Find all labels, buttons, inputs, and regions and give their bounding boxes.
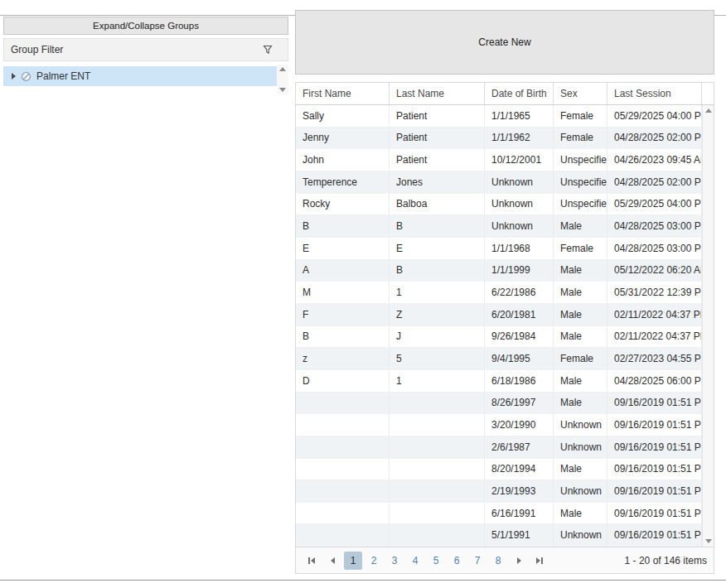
- table-cell: Unspecified: [554, 171, 607, 194]
- last-page-button[interactable]: [530, 552, 549, 570]
- table-cell: [390, 414, 485, 436]
- table-cell: 1/1/1962: [485, 128, 554, 150]
- column-header[interactable]: First Name: [296, 83, 390, 104]
- table-cell: Male: [554, 304, 607, 326]
- table-row[interactable]: EE1/1/1968Female04/28/2025 03:00 PM: [296, 238, 702, 260]
- table-row[interactable]: 2/6/1987Unknown09/16/2019 01:51 PM: [296, 436, 702, 459]
- table-cell: Jones: [390, 171, 485, 194]
- page-number-8[interactable]: 8: [489, 552, 507, 570]
- previous-page-button[interactable]: [323, 552, 341, 570]
- next-page-button[interactable]: [510, 552, 528, 570]
- page-number-3[interactable]: 3: [385, 552, 404, 570]
- table-cell: 6/18/1986: [485, 370, 554, 393]
- table-cell: 5: [390, 348, 485, 370]
- table-cell: 6/20/1981: [485, 304, 554, 326]
- table-cell: [296, 459, 390, 481]
- column-header[interactable]: Sex: [554, 83, 607, 104]
- table-row[interactable]: 8/20/1994Male09/16/2019 01:51 PM: [296, 459, 702, 481]
- group-filter-bar[interactable]: Group Filter: [3, 38, 288, 61]
- table-cell: J: [390, 326, 485, 349]
- first-page-button[interactable]: [302, 552, 321, 570]
- table-cell: 2/6/1987: [485, 436, 554, 459]
- table-row[interactable]: 2/19/1993Unknown09/16/2019 01:51 PM: [296, 480, 702, 503]
- table-cell: Male: [554, 393, 607, 415]
- table-cell: 05/29/2025 04:00 PM: [607, 105, 702, 128]
- table-cell: Unknown: [485, 215, 554, 238]
- scroll-up-icon[interactable]: [279, 67, 286, 71]
- groups-panel: Expand/Collapse Groups Group Filter Palm…: [3, 17, 288, 573]
- table-cell: 3/20/1990: [485, 414, 554, 436]
- previous-page-icon: [331, 557, 335, 564]
- table-row[interactable]: JennyPatient1/1/1962Female04/28/2025 02:…: [296, 128, 702, 150]
- grid-header-spacer: [702, 83, 714, 104]
- scroll-down-icon[interactable]: [705, 539, 712, 543]
- table-row[interactable]: D16/18/1986Male04/28/2025 06:00 PM: [296, 370, 702, 393]
- scroll-up-icon[interactable]: [705, 108, 712, 113]
- grid-pager: 12345678 1 - 20 of 146 items: [296, 547, 714, 573]
- table-cell: Unspecified: [554, 194, 607, 216]
- table-cell: E: [296, 238, 390, 260]
- table-row[interactable]: RockyBalboaUnknownUnspecified05/29/2025 …: [296, 194, 702, 216]
- table-cell: 9/4/1995: [485, 348, 554, 370]
- page-number-1[interactable]: 1: [344, 552, 362, 570]
- tree-scrollbar[interactable]: [277, 65, 288, 94]
- table-row[interactable]: 6/16/1991Male09/16/2019 01:51 PM: [296, 503, 702, 525]
- table-cell: 09/16/2019 01:51 PM: [607, 436, 702, 459]
- grid-header-row: First NameLast NameDate of BirthSexLast …: [296, 83, 714, 105]
- table-cell: 02/11/2022 04:37 PM: [607, 304, 702, 326]
- table-row[interactable]: 3/20/1990Unknown09/16/2019 01:51 PM: [296, 414, 702, 436]
- table-row[interactable]: M16/22/1986Male05/31/2022 12:39 PM: [296, 282, 702, 304]
- table-cell: Male: [554, 260, 607, 282]
- table-cell: 1/1/1965: [485, 105, 554, 128]
- first-page-icon: [308, 557, 310, 564]
- page-number-5[interactable]: 5: [427, 552, 445, 570]
- create-new-button[interactable]: Create New: [295, 10, 714, 75]
- table-cell: B: [390, 215, 485, 238]
- table-cell: Z: [390, 304, 485, 326]
- table-cell: 5/1/1991: [485, 524, 554, 547]
- page-number-list: 12345678: [344, 552, 507, 570]
- table-row[interactable]: JohnPatient10/12/2001Unspecified04/26/20…: [296, 149, 702, 171]
- table-cell: 6/16/1991: [485, 503, 554, 525]
- table-cell: 1/1/1968: [485, 238, 554, 260]
- table-row[interactable]: 5/1/1991Unknown09/16/2019 01:51 PM: [296, 524, 702, 547]
- table-row[interactable]: BJ9/26/1984Male02/11/2022 04:37 PM: [296, 326, 702, 349]
- table-cell: B: [296, 326, 390, 349]
- table-row[interactable]: TemperenceJonesUnknownUnspecified04/28/2…: [296, 171, 702, 194]
- table-row[interactable]: SallyPatient1/1/1965Female05/29/2025 04:…: [296, 105, 702, 128]
- scroll-down-icon[interactable]: [279, 88, 286, 92]
- page-number-7[interactable]: 7: [468, 552, 486, 570]
- tree-item-palmer-ent[interactable]: Palmer ENT: [3, 66, 277, 86]
- table-row[interactable]: BBUnknownMale04/28/2025 03:00 PM: [296, 215, 702, 238]
- table-cell: [296, 414, 390, 436]
- table-row[interactable]: FZ6/20/1981Male02/11/2022 04:37 PM: [296, 304, 702, 326]
- table-cell: [296, 480, 390, 503]
- table-cell: 2/19/1993: [485, 480, 554, 503]
- expand-collapse-groups-button[interactable]: Expand/Collapse Groups: [3, 17, 288, 35]
- table-cell: [390, 503, 485, 525]
- filter-funnel-icon[interactable]: [263, 45, 273, 55]
- column-header[interactable]: Date of Birth: [485, 83, 554, 104]
- next-page-icon: [517, 557, 521, 564]
- table-cell: A: [296, 260, 390, 282]
- page-number-4[interactable]: 4: [406, 552, 424, 570]
- column-header[interactable]: Last Session: [607, 83, 702, 104]
- table-row[interactable]: z59/4/1995Female02/27/2023 04:55 PM: [296, 348, 702, 370]
- table-cell: Patient: [390, 149, 485, 171]
- page-number-6[interactable]: 6: [448, 552, 466, 570]
- tree-expand-triangle-right-icon[interactable]: [12, 73, 16, 80]
- grid-vertical-scrollbar[interactable]: [702, 105, 714, 547]
- grid-rows: SallyPatient1/1/1965Female05/29/2025 04:…: [296, 105, 702, 547]
- table-cell: 1: [390, 370, 485, 393]
- table-cell: Patient: [390, 128, 485, 150]
- page-number-2[interactable]: 2: [365, 552, 383, 570]
- table-cell: Unknown: [485, 171, 554, 194]
- table-cell: Unknown: [554, 436, 607, 459]
- table-row[interactable]: 8/26/1997Male09/16/2019 01:51 PM: [296, 393, 702, 415]
- table-row[interactable]: AB1/1/1999Male05/12/2022 06:20 AM: [296, 260, 702, 282]
- table-cell: Temperence: [296, 171, 390, 194]
- table-cell: 04/28/2025 03:00 PM: [607, 238, 702, 260]
- patients-grid: First NameLast NameDate of BirthSexLast …: [295, 82, 714, 574]
- table-cell: Male: [554, 326, 607, 349]
- column-header[interactable]: Last Name: [390, 83, 485, 104]
